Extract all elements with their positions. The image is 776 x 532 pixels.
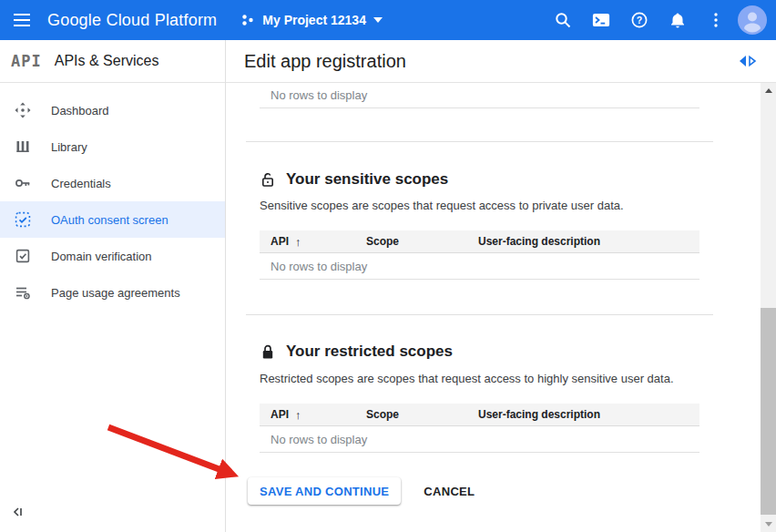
section-title: Your restricted scopes: [286, 343, 453, 361]
column-header-scope[interactable]: Scope: [355, 235, 467, 248]
column-label: API: [271, 235, 289, 248]
scrollbar-down-icon: [765, 522, 772, 527]
divider: [246, 141, 713, 142]
empty-table-message: No rows to display: [260, 260, 367, 273]
sidebar-item-label: Page usage agreements: [51, 286, 180, 300]
more-options-button[interactable]: [699, 4, 732, 36]
section-description: Restricted scopes are scopes that reques…: [260, 372, 713, 386]
section-title: Your sensitive scopes: [286, 170, 448, 189]
panes-icon[interactable]: [738, 55, 758, 71]
column-header-scope[interactable]: Scope: [355, 408, 467, 421]
api-logo: API: [11, 52, 42, 70]
notifications-button[interactable]: [661, 4, 694, 36]
notifications-icon: [669, 12, 686, 28]
column-label: User-facing description: [478, 235, 600, 248]
credentials-key-icon: [15, 175, 31, 191]
sidebar-item-label: Dashboard: [51, 104, 109, 118]
sidebar-item-label: Domain verification: [51, 250, 152, 263]
restricted-scopes-table: API ↑ Scope User-facing description No r…: [260, 404, 699, 453]
avatar-icon: [738, 5, 767, 35]
sidebar-item-label: OAuth consent screen: [51, 213, 168, 227]
table-header-row: API ↑ Scope User-facing description: [260, 404, 699, 426]
cloud-shell-button[interactable]: [585, 4, 618, 36]
table-header-row: API ↑ Scope User-facing description: [260, 230, 699, 253]
lock-open-icon: [260, 171, 276, 188]
column-header-description[interactable]: User-facing description: [467, 235, 699, 248]
sidebar-header: API APIs & Services: [0, 40, 225, 83]
collapse-nav-icon: [11, 506, 24, 518]
vertical-scrollbar[interactable]: [761, 83, 776, 532]
column-header-api[interactable]: API ↑: [260, 408, 355, 422]
sensitive-scopes-table: API ↑ Scope User-facing description No r…: [260, 230, 699, 280]
sidebar-title: APIs & Services: [55, 53, 159, 69]
empty-table-message: No rows to display: [260, 88, 367, 102]
help-icon: ?: [631, 12, 648, 28]
main-panel: Edit app registration No rows to display…: [226, 40, 776, 532]
column-header-api[interactable]: API ↑: [260, 235, 355, 249]
column-label: Scope: [366, 408, 399, 421]
save-and-continue-button[interactable]: SAVE AND CONTINUE: [248, 477, 401, 505]
column-label: Scope: [366, 235, 399, 248]
sort-ascending-icon: ↑: [295, 235, 301, 249]
page-header: Edit app registration: [226, 40, 776, 83]
divider: [246, 314, 713, 315]
cloud-shell-icon: [592, 13, 610, 27]
dashboard-icon: [15, 102, 31, 118]
product-name[interactable]: Google Cloud Platform: [47, 11, 217, 30]
sidebar-item-domain-verification[interactable]: Domain verification: [0, 238, 225, 274]
sidebar-item-label: Credentials: [51, 177, 111, 190]
sidebar-item-dashboard[interactable]: Dashboard: [0, 92, 225, 128]
library-icon: [15, 138, 31, 155]
sort-ascending-icon: ↑: [295, 408, 301, 422]
column-label: User-facing description: [478, 408, 600, 421]
sidebar-item-label: Library: [51, 140, 87, 154]
scroll-area: No rows to display Your sensitive scopes…: [226, 83, 761, 532]
topbar-actions: ?: [546, 4, 769, 36]
help-button[interactable]: ?: [623, 4, 656, 36]
sidebar-nav: Dashboard Library Credentials OAuth cons…: [0, 83, 225, 311]
sidebar: API APIs & Services Dashboard Library: [0, 40, 226, 532]
page-title: Edit app registration: [244, 51, 406, 72]
page-usage-icon: [15, 284, 31, 301]
domain-verification-icon: [15, 248, 31, 264]
menu-button[interactable]: [5, 4, 38, 36]
table-row: No rows to display: [260, 426, 699, 453]
account-avatar[interactable]: [736, 4, 769, 36]
collapse-nav-button[interactable]: [11, 503, 31, 521]
scrollbar-up-button[interactable]: [761, 83, 776, 98]
form-actions: SAVE AND CONTINUE CANCEL: [248, 477, 713, 505]
project-icon: [240, 13, 255, 27]
oauth-consent-icon: [15, 211, 31, 228]
empty-table-message: No rows to display: [260, 433, 367, 446]
menu-icon: [14, 14, 30, 26]
search-icon: [555, 12, 571, 28]
section-description: Sensitive scopes are scopes that request…: [260, 199, 713, 213]
table-row: No rows to display: [260, 83, 699, 108]
table-row: No rows to display: [260, 253, 699, 280]
project-name: My Project 12134: [262, 13, 366, 27]
sensitive-scopes-heading: Your sensitive scopes: [260, 170, 713, 189]
gcp-console-window: Google Cloud Platform My Project 12134 ?: [0, 0, 776, 532]
cancel-button[interactable]: CANCEL: [424, 485, 475, 498]
sidebar-item-library[interactable]: Library: [0, 128, 225, 165]
column-header-description[interactable]: User-facing description: [467, 408, 699, 421]
scrollbar-up-icon: [765, 88, 772, 93]
more-vert-icon: [714, 13, 718, 27]
svg-text:?: ?: [637, 15, 642, 26]
restricted-scopes-heading: Your restricted scopes: [260, 343, 713, 361]
scrollbar-thumb[interactable]: [761, 308, 776, 515]
sidebar-item-credentials[interactable]: Credentials: [0, 165, 225, 201]
lock-icon: [260, 343, 276, 360]
top-app-bar: Google Cloud Platform My Project 12134 ?: [0, 0, 776, 40]
scrollbar-down-button[interactable]: [761, 517, 776, 532]
search-button[interactable]: [546, 4, 579, 36]
caret-down-icon: [373, 17, 383, 23]
column-label: API: [271, 408, 289, 421]
sidebar-item-oauth-consent-screen[interactable]: OAuth consent screen: [0, 201, 225, 238]
project-picker[interactable]: My Project 12134: [240, 13, 383, 27]
sidebar-item-page-usage-agreements[interactable]: Page usage agreements: [0, 274, 225, 311]
